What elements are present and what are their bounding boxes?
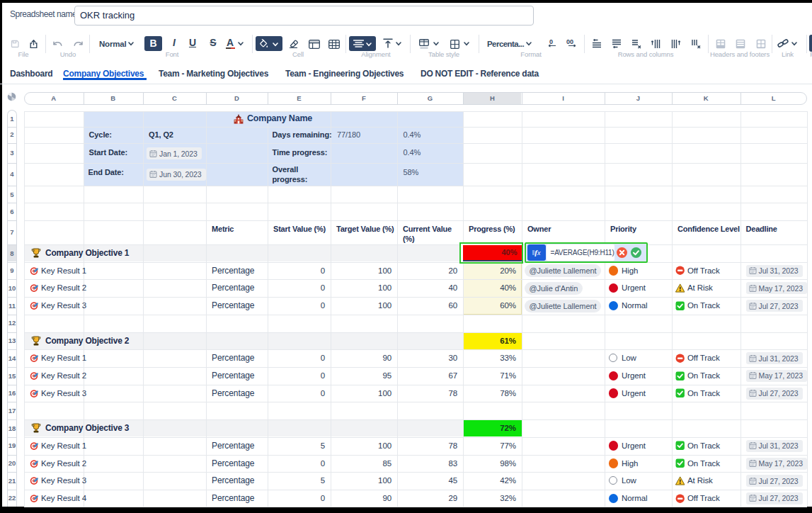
svg-text:0: 0 [549,38,553,45]
svg-text:00: 00 [566,38,573,45]
